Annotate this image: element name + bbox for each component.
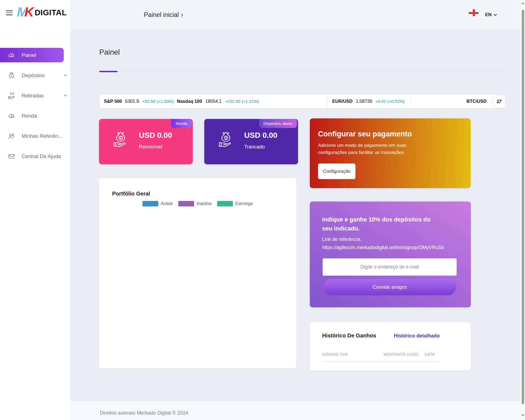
logo-k: K bbox=[24, 5, 34, 19]
ticker-item-btcusd[interactable]: BTC/USD bbox=[466, 95, 486, 108]
portfolio-card: Portfólio Geral Active Inactive Earnings bbox=[99, 178, 296, 368]
tradingview-icon[interactable]: 17 bbox=[493, 95, 505, 108]
sidebar-item-depositos[interactable]: $ Depósitos bbox=[0, 68, 71, 83]
legend-item-earnings[interactable]: Earnings bbox=[217, 201, 253, 206]
sidebar-item-painel[interactable]: Painel bbox=[0, 48, 64, 62]
sidebar-item-label: Retiradas bbox=[22, 93, 44, 99]
ticker-change: +222.50 (+1.21%) bbox=[225, 99, 259, 104]
invite-friends-button[interactable]: Convide amigos bbox=[323, 279, 456, 295]
sidebar-item-label: Depósitos bbox=[22, 72, 45, 78]
envelope-icon bbox=[8, 153, 15, 160]
hamburger-menu-icon[interactable] bbox=[6, 10, 13, 17]
ticker-value: 18554.1 bbox=[205, 99, 222, 104]
deposits-amount: USD 0.00 bbox=[244, 131, 277, 140]
legend-swatch bbox=[178, 201, 194, 206]
ticker-symbol: S&P 500 bbox=[104, 99, 122, 104]
svg-text:$: $ bbox=[11, 74, 12, 77]
column-header-amount: MONTANTE (USD) bbox=[384, 352, 418, 357]
language-label: EN bbox=[485, 12, 492, 18]
heading-divider-accent bbox=[99, 71, 118, 72]
referral-title: Indique e ganhe 10% dos depósitos do seu… bbox=[322, 215, 459, 233]
money-bag-icon: $ bbox=[8, 72, 15, 79]
page-title: Painel bbox=[99, 48, 120, 57]
copyright-text: Direitos autorais Merkado Digital © 2024 bbox=[100, 410, 188, 416]
breadcrumb[interactable]: Painel inicial› bbox=[144, 11, 183, 19]
app-window: Painel inicial› EN merkado digital | Ver… bbox=[0, 0, 525, 420]
ticker-change: +52.50 (+1.00%) bbox=[142, 99, 174, 104]
sidebar-item-central-de-ajuda[interactable]: Central De Ajuda bbox=[0, 149, 71, 164]
market-ticker: S&P 500 5301.9 +52.50 (+1.00%) Nasdaq 10… bbox=[99, 94, 505, 108]
chart-legend: Active Inactive Earnings bbox=[99, 201, 296, 206]
ticker-item-sp500[interactable]: S&P 500 5301.9 +52.50 (+1.00%) bbox=[104, 95, 174, 108]
referral-email-input[interactable] bbox=[323, 258, 457, 276]
gauge-icon bbox=[8, 112, 15, 120]
topbar: Painel inicial› EN merkado digital | Ver… bbox=[71, 0, 525, 30]
brand-logo[interactable]: MKDIGITAL bbox=[17, 5, 67, 19]
ticker-item-eurusd[interactable]: EUR/USD 1.08739 +0.01 (+0.52%) bbox=[332, 95, 405, 108]
deposits-badge: Depósitos ativos bbox=[259, 119, 297, 128]
legend-swatch bbox=[142, 201, 158, 206]
referral-link-label: Link de referência: bbox=[322, 237, 361, 242]
legend-item-inactive[interactable]: Inactive bbox=[178, 201, 212, 206]
sidebar-item-minhas-referencias[interactable]: Minhas Referên... bbox=[0, 129, 71, 143]
scrollbar-thumb[interactable] bbox=[522, 10, 524, 404]
sidebar-item-label: Minhas Referên... bbox=[22, 133, 63, 139]
detailed-history-link[interactable]: Histórico detalhado bbox=[394, 333, 440, 339]
earnings-title: Histórico De Ganhos bbox=[322, 332, 376, 339]
legend-label: Active bbox=[161, 201, 173, 206]
payment-card-body: Adicione um modo de pagamento em suas co… bbox=[318, 142, 406, 156]
renda-balance-card: Renda $ USD 0.00 Removível bbox=[99, 119, 193, 164]
payment-setup-card: Configurar seu pagamento Adicione um mod… bbox=[310, 118, 471, 188]
ticker-value: 1.08739 bbox=[356, 99, 372, 104]
ticker-divider bbox=[411, 97, 411, 106]
footer: Direitos autorais Merkado Digital © 2024 bbox=[71, 401, 525, 420]
ticker-item-nasdaq100[interactable]: Nasdaq 100 18554.1 +222.50 (+1.21%) bbox=[177, 95, 259, 108]
configuration-button[interactable]: Configuração bbox=[318, 164, 355, 179]
sidebar-item-renda[interactable]: Renda bbox=[0, 109, 71, 123]
chevron-down-icon bbox=[64, 94, 67, 97]
referral-card: Indique e ganhe 10% dos depósitos do seu… bbox=[310, 202, 471, 307]
breadcrumb-label: Painel inicial bbox=[144, 11, 179, 18]
sidebar-nav: Painel $ Depósitos Retiradas bbox=[0, 48, 71, 169]
gauge-icon bbox=[8, 51, 15, 59]
ticker-symbol: Nasdaq 100 bbox=[177, 99, 202, 104]
column-header-date: DATA bbox=[425, 352, 435, 357]
ticker-change: +0.01 (+0.52%) bbox=[375, 99, 405, 104]
earnings-history-card: Histórico De Ganhos Histórico detalhado … bbox=[310, 322, 471, 371]
people-icon bbox=[8, 132, 15, 140]
ticker-divider bbox=[327, 97, 328, 106]
ticker-symbol: EUR/USD bbox=[332, 99, 352, 104]
withdraw-hand-icon bbox=[8, 92, 15, 100]
england-flag-icon[interactable] bbox=[468, 9, 479, 16]
sidebar-item-label: Central De Ajuda bbox=[22, 153, 61, 159]
sidebar-item-label: Renda bbox=[22, 113, 37, 119]
logo-text: DIGITAL bbox=[35, 8, 67, 19]
money-hand-icon: $ bbox=[112, 130, 131, 149]
sidebar: MKDIGITAL Painel $ Depósitos Reti bbox=[0, 0, 71, 420]
sidebar-item-label: Painel bbox=[22, 52, 36, 58]
ticker-symbol: BTC/USD bbox=[466, 99, 486, 104]
ticker-value: 5301.9 bbox=[125, 99, 139, 104]
language-selector[interactable]: EN bbox=[485, 12, 497, 18]
sidebar-item-retiradas[interactable]: Retiradas bbox=[0, 88, 71, 103]
referral-link-url: https://agilecoin.merkadodigital.online/… bbox=[322, 245, 444, 250]
portfolio-title: Portfólio Geral bbox=[112, 191, 150, 197]
money-hand-icon: $ bbox=[217, 130, 236, 149]
svg-text:$: $ bbox=[225, 136, 227, 139]
svg-text:$: $ bbox=[120, 136, 122, 139]
ticker-divider bbox=[172, 97, 172, 106]
renda-amount: USD 0.00 bbox=[139, 131, 172, 140]
scroll-down-icon[interactable] bbox=[521, 415, 524, 416]
deposits-label: Trancado bbox=[244, 144, 265, 150]
heading-divider bbox=[99, 71, 505, 72]
table-header-divider bbox=[322, 361, 439, 362]
page-scrollbar[interactable] bbox=[520, 0, 525, 420]
renda-badge: Renda bbox=[171, 119, 192, 128]
column-header-txn-code: CÓDIGO TXN bbox=[322, 352, 348, 357]
legend-item-active[interactable]: Active bbox=[142, 201, 173, 206]
payment-card-title: Configurar seu pagamento bbox=[318, 130, 412, 138]
chevron-down-icon bbox=[64, 74, 67, 77]
legend-label: Inactive bbox=[197, 201, 212, 206]
scroll-up-icon[interactable] bbox=[521, 2, 524, 4]
chevron-down-icon bbox=[494, 14, 497, 16]
